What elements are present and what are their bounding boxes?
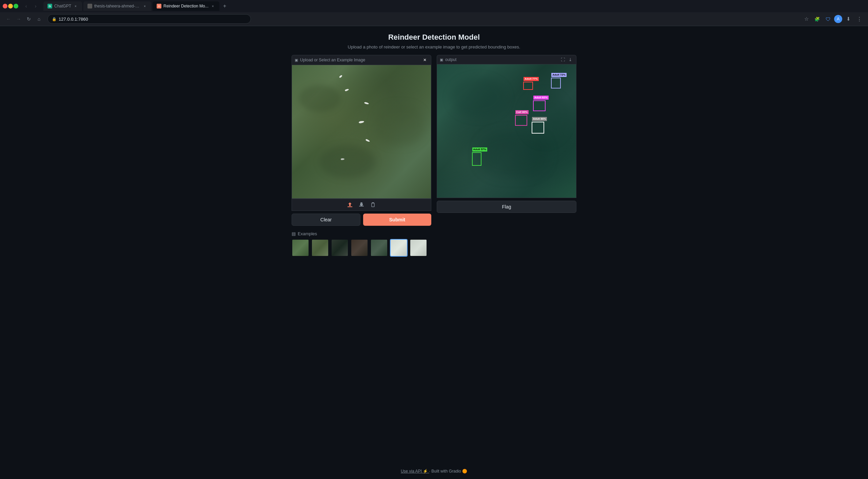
profile-btn[interactable]: A: [834, 15, 842, 23]
example-image-4: [351, 240, 368, 256]
new-tab-button[interactable]: +: [221, 2, 229, 10]
examples-section: ▤ Examples: [292, 231, 576, 257]
example-image-3: [332, 240, 348, 256]
output-terrain-1: [451, 78, 507, 118]
example-thumb-3[interactable]: [331, 239, 349, 257]
terrain-patch-3: [375, 105, 424, 145]
example-thumb-6[interactable]: [390, 239, 408, 257]
url-lock-icon: 🔒: [52, 17, 57, 21]
input-image-container[interactable]: [292, 65, 431, 199]
page-title: Reindeer Detection Model: [388, 33, 480, 42]
nav-refresh[interactable]: ↻: [24, 15, 33, 23]
main-layout: ▣ Upload or Select an Example Image ✕: [292, 55, 576, 226]
submit-button[interactable]: Submit: [363, 214, 431, 226]
example-thumb-4[interactable]: [351, 239, 368, 257]
tab-reindeer[interactable]: R Reindeer Detection Mo... ×: [153, 1, 219, 11]
output-panel: ▣ output ⛶ ⤓ Adult 77%: [437, 55, 576, 226]
download-btn[interactable]: ⬇: [844, 14, 853, 24]
input-button-row: Clear Submit: [292, 214, 431, 226]
output-panel-header: ▣ output ⛶ ⤓: [437, 55, 576, 64]
thesis-tab-close[interactable]: ×: [142, 4, 147, 8]
detection-box-1: Adult 77%: [523, 82, 533, 90]
example-thumb-1[interactable]: [292, 239, 309, 257]
minimize-window-btn[interactable]: [8, 4, 13, 8]
reindeer-tab-close[interactable]: ×: [211, 4, 215, 8]
example-image-7: [410, 240, 427, 256]
examples-icon: ▤: [292, 231, 296, 236]
terrain-patch-2: [320, 145, 375, 178]
detection-box-6: Adult 72%: [551, 78, 561, 88]
footer-built-text: Built with Gradio 🟠: [431, 469, 467, 474]
chatgpt-tab-close[interactable]: ×: [73, 4, 78, 8]
input-image-toolbar: [292, 199, 431, 211]
input-header-icon: ▣: [295, 58, 298, 62]
footer-api-text: Use via API: [401, 469, 422, 474]
address-bar: ← → ↻ ⌂ 🔒 127.0.0.1:7860 ☆ 🧩 🛡 A ⬇ ⋮: [0, 12, 868, 26]
close-window-btn[interactable]: [3, 4, 7, 8]
browser-chrome: ‹ › G ChatGPT × thesis-taheera-ahmed-2..…: [0, 0, 868, 26]
input-close-btn[interactable]: ✕: [421, 57, 428, 63]
reindeer-shape-4: [366, 139, 370, 142]
tab-bar: ‹ › G ChatGPT × thesis-taheera-ahmed-2..…: [0, 0, 868, 12]
examples-label: Examples: [298, 231, 317, 236]
output-terrain-3: [520, 91, 569, 144]
input-aerial-image: [292, 65, 431, 198]
extension-puzzle-btn[interactable]: 🧩: [812, 14, 822, 24]
output-header-label: output: [445, 57, 456, 62]
example-image-6: [391, 240, 407, 256]
footer-gradio-text: Built with Gradio: [431, 469, 461, 474]
app-content: Reindeer Detection Model Upload a photo …: [0, 26, 868, 463]
examples-header: ▤ Examples: [292, 231, 576, 236]
back-button[interactable]: ‹: [22, 2, 31, 11]
terrain-patch-1: [299, 85, 341, 112]
flag-button[interactable]: Flag: [437, 201, 576, 213]
shield-btn[interactable]: 🛡: [823, 14, 833, 24]
upload-button[interactable]: [346, 201, 354, 208]
tab-thesis[interactable]: thesis-taheera-ahmed-2... ×: [83, 1, 151, 11]
output-image-container: Adult 77% Adult 82% Calf 80% Adult 86%: [437, 64, 576, 198]
reindeer-favicon: R: [157, 4, 161, 8]
url-text: 127.0.0.1:7860: [59, 17, 88, 22]
reindeer-tab-title: Reindeer Detection Mo...: [163, 4, 209, 8]
output-header-icon: ▣: [440, 58, 443, 62]
svg-rect-4: [372, 203, 374, 207]
nav-home[interactable]: ⌂: [35, 15, 43, 23]
svg-point-1: [360, 203, 363, 206]
webcam-button[interactable]: [358, 201, 365, 208]
input-panel-header: ▣ Upload or Select an Example Image ✕: [292, 55, 431, 65]
svg-rect-0: [348, 206, 352, 207]
clear-button[interactable]: Clear: [292, 214, 360, 226]
detection-label-1: Adult 77%: [524, 77, 539, 81]
footer-api-link[interactable]: Use via API ⚡: [401, 469, 429, 474]
detection-label-6: Adult 72%: [551, 73, 567, 77]
window-controls: [3, 4, 18, 8]
forward-button[interactable]: ›: [31, 2, 40, 11]
chatgpt-tab-title: ChatGPT: [54, 4, 71, 8]
menu-btn[interactable]: ⋮: [854, 14, 864, 24]
svg-rect-5: [372, 202, 374, 203]
page-subtitle: Upload a photo of reindeer or select an …: [348, 44, 520, 49]
example-thumb-7[interactable]: [410, 239, 427, 257]
clipboard-button[interactable]: [369, 201, 377, 208]
output-aerial-image: Adult 77% Adult 82% Calf 80% Adult 86%: [437, 64, 576, 198]
output-download-btn[interactable]: ⤓: [567, 57, 573, 63]
example-image-5: [371, 240, 387, 256]
svg-rect-3: [360, 202, 362, 203]
nav-back[interactable]: ←: [4, 15, 13, 23]
reindeer-shape-6: [339, 75, 343, 78]
bookmark-star-btn[interactable]: ☆: [802, 14, 811, 24]
nav-forward[interactable]: →: [14, 15, 23, 23]
url-bar[interactable]: 🔒 127.0.0.1:7860: [47, 14, 251, 24]
reindeer-shape-1: [344, 88, 349, 92]
footer-lightning-icon: ⚡: [423, 469, 428, 474]
output-fullscreen-btn[interactable]: ⛶: [560, 57, 566, 63]
footer-gradio-icon: 🟠: [462, 469, 467, 474]
example-thumb-2[interactable]: [311, 239, 329, 257]
reindeer-shape-2: [364, 102, 369, 104]
maximize-window-btn[interactable]: [14, 4, 18, 8]
example-thumb-5[interactable]: [370, 239, 388, 257]
reindeer-shape-3: [358, 121, 364, 124]
tab-chatgpt[interactable]: G ChatGPT ×: [43, 1, 82, 11]
example-image-2: [312, 240, 328, 256]
browser-toolbar-right: ☆ 🧩 🛡 A ⬇ ⋮: [802, 14, 864, 24]
